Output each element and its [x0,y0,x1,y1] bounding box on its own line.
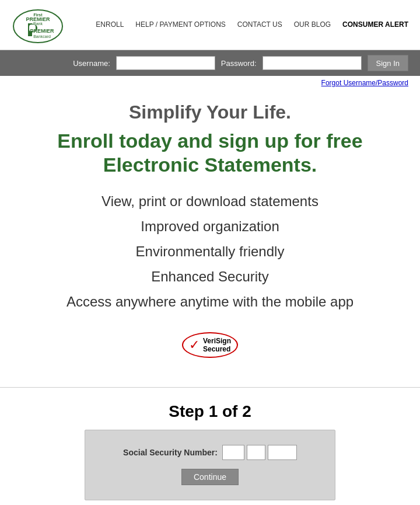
ssn-row: Social Security Number: [97,445,323,460]
verisign-checkmark-icon: ✓ [189,337,200,353]
verisign-badge: ✓ VeriSign Secured [182,332,238,358]
nav-consumer-alert[interactable]: CONSUMER ALERT [342,20,408,30]
ssn-input-part3[interactable] [268,445,297,460]
step-title: Step 1 of 2 [18,402,402,421]
feature-item: Access anywhere anytime with the mobile … [18,289,402,314]
nav-links: ENROLL HELP / PAYMENT OPTIONS CONTACT US… [96,20,408,30]
step-section: Step 1 of 2 Social Security Number: Cont… [0,396,420,505]
ssn-form-box: Social Security Number: Continue [85,430,335,500]
verisign-text: VeriSign Secured [203,337,231,354]
main-content: Simplify Your Life. Enroll today and sig… [0,90,420,378]
logo: First PREMIER Bank PREMIER Bankcard [12,6,64,44]
svg-text:PREMIER: PREMIER [30,28,54,34]
nav-enroll[interactable]: ENROLL [96,20,124,30]
username-input[interactable] [116,56,215,70]
logo-area: First PREMIER Bank PREMIER Bankcard [12,6,64,44]
header: First PREMIER Bank PREMIER Bankcard ENRO… [0,0,420,50]
tagline: Simplify Your Life. [18,102,402,123]
username-label: Username: [73,59,110,68]
feature-item: Improved organization [18,214,402,239]
svg-text:Bankcard: Bankcard [33,34,51,39]
login-bar: Username: Password: Sign In [0,50,420,76]
password-label: Password: [221,59,257,68]
nav-help-payment[interactable]: HELP / PAYMENT OPTIONS [135,20,225,30]
ssn-input-part2[interactable] [247,445,265,460]
features-list: View, print or download statements Impro… [18,189,402,315]
ssn-input-part1[interactable] [222,445,244,460]
forgot-link-row: Forgot Username/Password [0,76,420,90]
password-input[interactable] [262,56,362,70]
nav-contact-us[interactable]: CONTACT US [237,20,282,30]
feature-item: View, print or download statements [18,189,402,214]
ssn-input-group [222,445,297,460]
continue-button[interactable]: Continue [181,469,239,485]
feature-item: Environmentally friendly [18,239,402,264]
nav-our-blog[interactable]: OUR BLOG [294,20,331,30]
feature-item: Enhanced Security [18,264,402,289]
section-divider [0,387,420,388]
enroll-headline: Enroll today and sign up for free Electr… [18,129,402,177]
sign-in-button[interactable]: Sign In [368,55,408,71]
forgot-link[interactable]: Forgot Username/Password [321,79,408,87]
ssn-label: Social Security Number: [123,448,218,457]
